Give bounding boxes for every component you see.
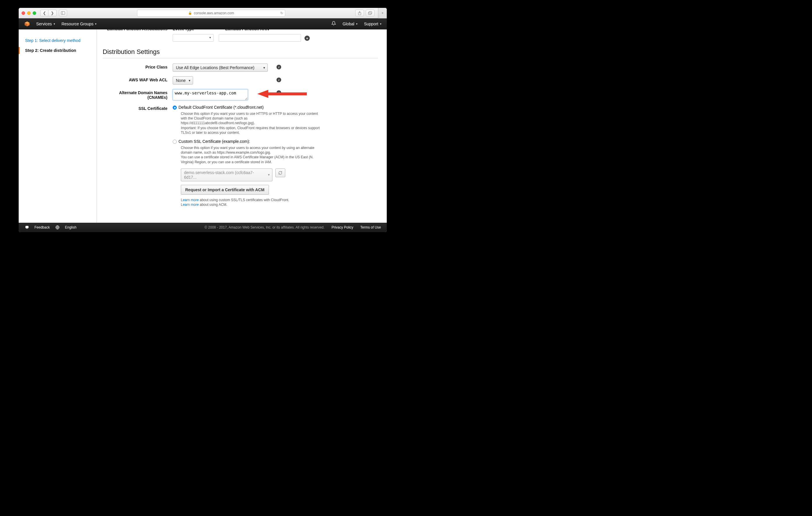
aws-footer: Feedback English © 2008 - 2017, Amazon W… <box>19 223 387 232</box>
region-menu[interactable]: Global ▾ <box>342 22 357 26</box>
feedback-link[interactable]: Feedback <box>34 225 50 230</box>
svg-rect-0 <box>61 12 65 14</box>
learn-more-link[interactable]: Learn more <box>181 203 199 207</box>
resource-groups-menu[interactable]: Resource Groups ▾ <box>62 22 97 26</box>
aws-logo[interactable] <box>24 21 30 27</box>
price-class-select[interactable]: Use All Edge Locations (Best Performance… <box>173 64 268 72</box>
cnames-label-l2: (CNAMEs) <box>103 95 167 100</box>
lock-icon: 🔒 <box>188 11 192 15</box>
ssl-default-option[interactable]: Default CloudFront Certificate (*.cloudf… <box>173 105 324 110</box>
add-association-button[interactable]: + <box>304 36 310 41</box>
arn-label: Lambda Function ARN <box>225 29 269 31</box>
services-menu[interactable]: Services ▾ <box>36 22 55 26</box>
svg-rect-4 <box>368 12 371 14</box>
safari-toolbar: ❮ ❯ 🔒 console.aws.amazon.com ↻ + <box>19 8 387 18</box>
support-label: Support <box>364 22 378 26</box>
terms-of-use-link[interactable]: Terms of Use <box>360 225 381 230</box>
feedback-icon <box>25 225 29 230</box>
acm-cert-value: demo.serverless-stack.com (ccfc6aa7-6d17… <box>184 170 265 180</box>
resource-groups-label: Resource Groups <box>62 22 94 26</box>
reload-icon[interactable]: ↻ <box>280 11 283 15</box>
aws-header: Services ▾ Resource Groups ▾ Global ▾ Su… <box>19 18 387 29</box>
price-class-label: Price Class <box>103 64 173 72</box>
request-acm-button[interactable]: Request or Import a Certificate with ACM <box>181 185 269 195</box>
wizard-step-2: Step 2: Create distribution <box>19 47 96 54</box>
share-button[interactable] <box>355 10 364 16</box>
info-icon[interactable]: i <box>277 65 281 69</box>
close-window-icon[interactable] <box>22 11 25 15</box>
sidebar-toggle-button[interactable] <box>59 10 67 16</box>
wizard-sidebar: Step 1: Select delivery method Step 2: C… <box>19 29 97 223</box>
svg-rect-5 <box>369 11 372 14</box>
ssl-learn-more: Learn more about using custom SSL/TLS ce… <box>181 198 324 208</box>
row-price-class: Price Class Use All Edge Locations (Best… <box>103 64 378 72</box>
row-ssl: SSL Certificate Default CloudFront Certi… <box>103 105 378 207</box>
chevron-down-icon: ▾ <box>380 23 381 25</box>
info-icon[interactable]: i <box>277 78 281 82</box>
language-link[interactable]: English <box>65 225 77 230</box>
cnames-textarea[interactable] <box>173 89 248 100</box>
learn-more-link[interactable]: Learn more <box>181 198 199 202</box>
price-class-value: Use All Edge Locations (Best Performance… <box>176 65 254 70</box>
nav-back-forward: ❮ ❯ <box>40 10 57 16</box>
chevron-down-icon: ▾ <box>263 66 265 70</box>
acm-cert-select[interactable]: demo.serverless-stack.com (ccfc6aa7-6d17… <box>181 169 272 181</box>
waf-select[interactable]: None ▾ <box>173 77 193 85</box>
row-waf: AWS WAF Web ACL None ▾ i <box>103 77 378 85</box>
support-menu[interactable]: Support ▾ <box>364 22 381 26</box>
globe-icon <box>55 225 60 230</box>
region-label: Global <box>342 22 354 26</box>
chevron-down-icon: ▾ <box>95 23 96 25</box>
wizard-step-1[interactable]: Step 1: Select delivery method <box>19 37 96 44</box>
event-type-label: Event Type <box>173 29 194 31</box>
toolbar-right <box>355 10 375 16</box>
radio-selected-icon <box>173 105 177 110</box>
row-cnames: Alternate Domain Names (CNAMEs) i <box>103 89 378 100</box>
assoc-label: Lambda Function Associations <box>107 29 167 31</box>
section-title: Distribution Settings <box>103 43 378 58</box>
ssl-custom-label: Custom SSL Certificate (example.com): <box>178 139 250 144</box>
ssl-default-label: Default CloudFront Certificate (*.cloudf… <box>178 105 264 110</box>
chevron-down-icon: ▾ <box>54 23 55 25</box>
learn-text: about using ACM. <box>199 203 227 207</box>
minimize-window-icon[interactable] <box>27 11 31 15</box>
learn-text: about using custom SSL/TLS certificates … <box>199 198 289 202</box>
acm-cert-row: demo.serverless-stack.com (ccfc6aa7-6d17… <box>181 169 324 181</box>
privacy-policy-link[interactable]: Privacy Policy <box>331 225 353 230</box>
main-panel: Lambda Function Associations Event Type … <box>97 29 387 223</box>
cnames-label: Alternate Domain Names (CNAMEs) <box>103 89 173 100</box>
url-host: console.aws.amazon.com <box>194 11 234 15</box>
refresh-certs-button[interactable] <box>276 169 285 177</box>
copyright-text: © 2008 - 2017, Amazon Web Services, Inc.… <box>204 225 324 230</box>
ssl-default-help: Choose this option if you want your user… <box>181 111 321 135</box>
info-icon[interactable]: i <box>277 90 281 95</box>
lambda-arn-input[interactable] <box>219 34 301 42</box>
browser-window: ❮ ❯ 🔒 console.aws.amazon.com ↻ + Service… <box>19 8 387 232</box>
chevron-down-icon: ▾ <box>268 173 270 177</box>
back-button[interactable]: ❮ <box>40 10 49 16</box>
tabs-button[interactable] <box>366 10 375 16</box>
url-bar[interactable]: 🔒 console.aws.amazon.com ↻ <box>137 10 285 17</box>
window-controls <box>22 11 36 15</box>
chevron-down-icon: ▾ <box>356 23 357 25</box>
event-type-select[interactable]: ▾ <box>173 34 213 42</box>
waf-value: None <box>176 78 185 83</box>
forward-button[interactable]: ❯ <box>49 10 57 16</box>
chevron-down-icon: ▾ <box>189 79 191 83</box>
ssl-custom-help: Choose this option if you want your user… <box>181 146 321 164</box>
waf-label: AWS WAF Web ACL <box>103 77 173 85</box>
services-label: Services <box>36 22 52 26</box>
aws-body: Step 1: Select delivery method Step 2: C… <box>19 29 387 223</box>
ssl-custom-option[interactable]: Custom SSL Certificate (example.com): <box>173 139 324 144</box>
cnames-label-l1: Alternate Domain Names <box>103 90 167 95</box>
new-tab-button[interactable]: + <box>378 8 387 18</box>
radio-unselected-icon <box>173 140 177 144</box>
chevron-down-icon: ▾ <box>209 36 211 39</box>
zoom-window-icon[interactable] <box>33 11 36 15</box>
notifications-icon[interactable] <box>331 21 336 27</box>
header-right: Global ▾ Support ▾ <box>331 21 381 27</box>
ssl-label: SSL Certificate <box>103 105 173 207</box>
